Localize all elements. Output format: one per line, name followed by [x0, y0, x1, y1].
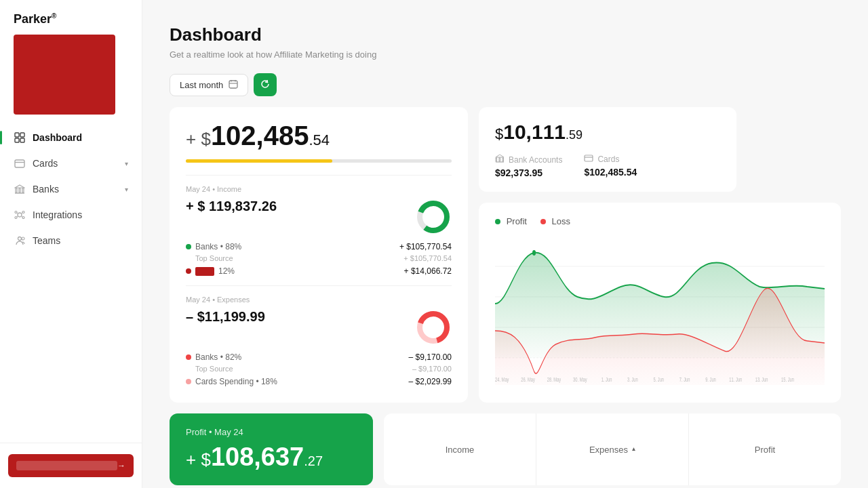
income-banks-top: Top Source — [195, 254, 233, 262]
income-banks-val: + $105,770.54 — [399, 242, 452, 251]
x-label-1: 26. May — [521, 376, 535, 384]
net-card: + $102,485.54 May 24 • Income + $ 119,83… — [170, 107, 468, 403]
sidebar-item-teams[interactable]: Teams — [5, 228, 136, 253]
svg-rect-32 — [502, 158, 504, 161]
refresh-button[interactable] — [254, 73, 277, 96]
income-banks-sub-val: + $105,770.54 — [403, 254, 452, 262]
bank-accounts-value: $92,373.95 — [495, 167, 562, 178]
app-name: Parker — [14, 12, 52, 26]
svg-point-14 — [15, 217, 17, 219]
refresh-icon — [260, 79, 270, 91]
summary-main: 10,111 — [503, 121, 566, 143]
team-icon — [14, 235, 26, 247]
page-subtitle: Get a realtime look at how Affiliate Mar… — [170, 49, 841, 60]
tab-income-label: Income — [446, 445, 475, 455]
user-block[interactable]: → — [8, 454, 134, 477]
income-cards-row: 12% + $14,066.72 — [186, 266, 452, 276]
svg-point-13 — [22, 211, 24, 214]
income-cards-val: + $14,066.72 — [404, 266, 452, 276]
loss-label: Loss — [552, 216, 570, 226]
svg-rect-1 — [20, 133, 24, 137]
x-label-6: 5. Jun — [653, 376, 664, 384]
tab-expenses-label: Expenses — [589, 445, 628, 455]
income-label: May 24 • Income — [186, 185, 452, 193]
app-superscript: ® — [52, 12, 56, 20]
profit-label: Profit — [507, 216, 527, 226]
x-label-2: 28. May — [547, 376, 561, 384]
arrow-right-icon: → — [117, 461, 125, 470]
summary-dollar: $ — [495, 125, 503, 142]
x-label-5: 3. Jun — [627, 376, 638, 384]
banks-dot — [186, 244, 191, 249]
svg-rect-7 — [19, 188, 20, 192]
bank-icon — [14, 183, 26, 195]
accounts-row: Bank Accounts $92,373.95 — [495, 155, 720, 178]
bank-icon-sm — [495, 155, 505, 165]
period-label: Last month — [180, 80, 223, 90]
svg-rect-2 — [15, 138, 19, 142]
svg-rect-0 — [15, 133, 19, 137]
sidebar-item-banks-label: Banks — [33, 184, 59, 195]
expense-section: May 24 • Expenses – $11,199.99 Banks • 8… — [186, 285, 452, 386]
summary-card: $10,111.59 — [479, 107, 736, 192]
summary-cents: .59 — [566, 128, 583, 142]
bank-accounts-item: Bank Accounts $92,373.95 — [495, 155, 562, 178]
profit-card-label: Profit • May 24 — [186, 427, 357, 437]
cards-label: Cards — [584, 155, 637, 164]
integrations-icon — [14, 209, 26, 221]
net-cents: .54 — [309, 131, 330, 148]
expense-amount: – $11,199.99 — [186, 309, 265, 325]
progress-bar — [186, 159, 452, 163]
svg-line-18 — [17, 216, 18, 218]
x-label-9: 11. Jun — [729, 376, 742, 384]
svg-rect-6 — [16, 188, 17, 192]
x-label-10: 13. Jun — [755, 376, 768, 384]
cards-item: Cards $102,485.54 — [584, 155, 637, 178]
chart-legend: Profit Loss — [495, 216, 825, 226]
period-select[interactable]: Last month — [170, 74, 248, 96]
sidebar-bottom: → — [0, 443, 142, 488]
legend-loss: Loss — [540, 216, 570, 226]
expense-banks-top: Top Source — [195, 365, 233, 373]
svg-line-17 — [22, 213, 23, 214]
card-icon — [14, 157, 26, 169]
expense-banks-dot — [186, 354, 191, 360]
sidebar-nav: Dashboard Cards ▾ B — [0, 125, 142, 443]
income-banks-row: Banks • 88% + $105,770.54 — [186, 242, 452, 251]
progress-track — [186, 159, 452, 163]
svg-rect-35 — [585, 155, 593, 161]
sidebar-item-cards-label: Cards — [33, 158, 58, 169]
tab-income[interactable]: Income — [384, 413, 536, 485]
tab-profit[interactable]: Profit — [689, 413, 841, 485]
profit-main: 108,637 — [211, 443, 304, 471]
expense-cards-val: – $2,029.99 — [409, 377, 452, 386]
bottom-row: Profit • May 24 + $108,637.27 Income Exp… — [170, 413, 841, 485]
sidebar-image — [14, 35, 115, 115]
sidebar-item-dashboard[interactable]: Dashboard — [5, 125, 136, 150]
sidebar-item-banks[interactable]: Banks ▾ — [5, 177, 136, 201]
expense-cards-row: Cards Spending • 18% – $2,029.99 — [186, 377, 452, 386]
chart-wrap: 24. May 26. May 28. May 30. May 1. Jun 3… — [495, 236, 825, 385]
income-donut — [415, 199, 452, 235]
svg-rect-4 — [15, 160, 24, 167]
main-content: Dashboard Get a realtime look at how Aff… — [142, 0, 868, 488]
filter-bar: Last month — [170, 73, 841, 96]
profit-card-amount: + $108,637.27 — [186, 443, 357, 472]
profit-prefix: + $ — [186, 449, 211, 470]
svg-line-16 — [17, 213, 18, 214]
card-icon-sm — [584, 155, 593, 164]
expense-cards-label: Cards Spending • 18% — [195, 377, 409, 386]
expense-banks-label: Banks • 82% — [195, 352, 409, 362]
chevron-down-icon: ▾ — [125, 160, 128, 167]
bank-accounts-label: Bank Accounts — [495, 155, 562, 165]
sidebar-item-integrations[interactable]: Integrations — [5, 203, 136, 227]
tab-expenses[interactable]: Expenses ▾ — [536, 413, 689, 485]
income-cards-pct: 12% — [218, 266, 404, 276]
svg-marker-9 — [15, 185, 24, 188]
red-swatch — [195, 267, 214, 276]
x-label-0: 24. May — [495, 376, 509, 384]
x-label-7: 7. Jun — [679, 376, 690, 384]
legend-profit: Profit — [495, 216, 527, 226]
net-main: 102,485 — [211, 121, 309, 150]
sidebar-item-cards[interactable]: Cards ▾ — [5, 151, 136, 176]
